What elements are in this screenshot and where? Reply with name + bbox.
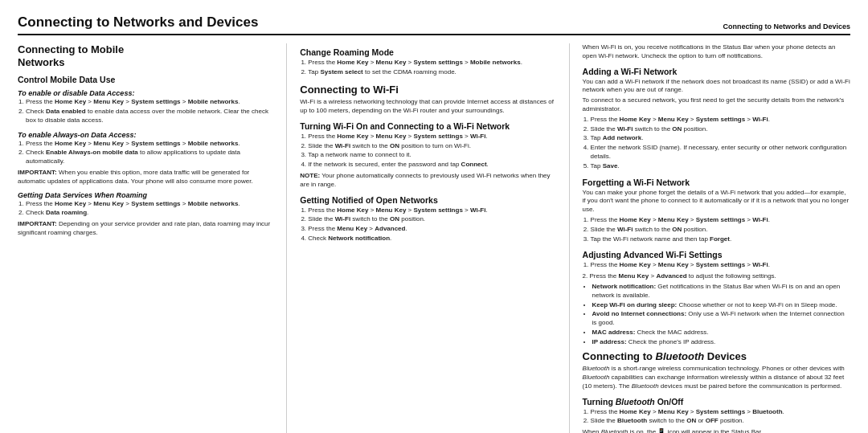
bullet-item: Network notification: Get notifications … <box>592 283 850 300</box>
bullet-item: IP address: Check the phone's IP address… <box>592 338 850 347</box>
step-item: Press the Home Key > Menu Key > System s… <box>591 116 850 125</box>
wifi-note: NOTE: Your phone automatically connects … <box>300 172 555 190</box>
section-wifi-title: Connecting to Wi-Fi <box>300 84 555 96</box>
step-item: Press the Home Key > Menu Key > System s… <box>591 216 850 225</box>
step-item: If the network is secured, enter the pas… <box>308 161 555 170</box>
advanced-wifi-bullets: Network notification: Get notifications … <box>583 283 850 348</box>
step-item: Check Data enabled to enable data access… <box>26 108 273 125</box>
important-always-on: IMPORTANT: When you enable this option, … <box>18 169 273 186</box>
section-adding-wifi-title: Adding a Wi-Fi Network <box>583 67 850 76</box>
bullet-item: Keep Wi-Fi on during sleep: Choose wheth… <box>592 301 850 310</box>
step-item: Tap Add network. <box>591 134 850 143</box>
forgetting-wifi-body: You can make your phone forget the detai… <box>583 189 850 214</box>
col-divider-1 <box>286 43 287 433</box>
steps-forget-wifi: Press the Home Key > Menu Key > System s… <box>583 216 850 244</box>
left-column: Connecting to MobileNetworks Control Mob… <box>18 43 273 433</box>
steps-enable-disable: Press the Home Key > Menu Key > System s… <box>18 98 273 125</box>
step-item: Slide the Wi-Fi switch to the ON positio… <box>591 125 850 134</box>
section-forgetting-wifi-title: Forgetting a Wi-Fi Network <box>583 178 850 187</box>
h3-always-on: To enable Always-on Data Access: <box>18 131 273 139</box>
section-open-networks-title: Getting Notified of Open Networks <box>300 195 555 205</box>
page-title: Connecting to Networks and Devices <box>18 14 258 31</box>
bluetooth-status-body: When Bluetooth is on, the 📱 icon will ap… <box>583 428 850 433</box>
step-item: Press the Menu Key > Advanced. <box>308 225 555 234</box>
step-item: Press the Home Key > Menu Key > System s… <box>26 140 273 149</box>
section-bluetooth-title: Connecting to Bluetooth Devices <box>583 350 850 363</box>
h3-roaming: Getting Data Services When Roaming <box>18 191 273 199</box>
step-item: Press the Home Key > Menu Key > System s… <box>26 200 273 209</box>
bullet-item: MAC address: Check the MAC address. <box>592 329 850 337</box>
section-bluetooth-onoff-title: Turning Bluetooth On/Off <box>583 397 850 406</box>
section-mobile-networks-title: Connecting to MobileNetworks <box>18 43 273 68</box>
step-item: Check Enable Always-on mobile data to al… <box>26 149 273 166</box>
col-divider-2 <box>569 43 570 433</box>
step-item: Slide the Bluetooth switch to the ON or … <box>591 417 850 426</box>
step-item: Tap Save. <box>591 162 850 171</box>
section-change-roaming-title: Change Roaming Mode <box>300 47 555 57</box>
step-item: Press the Home Key > Menu Key > System s… <box>26 98 273 107</box>
steps-bluetooth: Press the Home Key > Menu Key > System s… <box>583 408 850 427</box>
wifi-on-body: When Wi-Fi is on, you receive notificati… <box>583 43 850 61</box>
bullet-item: Avoid no Internet connections: Only use … <box>592 310 850 328</box>
step-item: Tap the Wi-Fi network name and then tap … <box>591 235 850 244</box>
step-item: Press the Home Key > Menu Key > System s… <box>308 133 555 141</box>
right-column: When Wi-Fi is on, you receive notificati… <box>583 43 850 433</box>
mid-column: Change Roaming Mode Press the Home Key >… <box>300 43 555 433</box>
step-item: Check Data roaming. <box>26 209 273 218</box>
page-header-right: Connecting to Networks and Devices <box>723 22 850 31</box>
step-item: Press the Home Key > Menu Key > System s… <box>591 408 850 417</box>
step-item: Press the Home Key > Menu Key > System s… <box>308 59 555 67</box>
wifi-body: Wi-Fi is a wireless networking technolog… <box>300 98 555 116</box>
adding-wifi-body: You can add a Wi-Fi network if the netwo… <box>583 78 850 96</box>
step-item: Check Network notification. <box>308 235 555 243</box>
steps-change-roaming: Press the Home Key > Menu Key > System s… <box>300 59 555 78</box>
step-item: Slide the Wi-Fi switch to the ON positio… <box>308 142 555 151</box>
steps-advanced-wifi: Press the Home Key > Menu Key > System s… <box>583 261 850 271</box>
section-advanced-wifi-title: Adjusting Advanced Wi-Fi Settings <box>583 250 850 259</box>
bluetooth-body: Bluetooth is a short-range wireless comm… <box>583 365 850 390</box>
steps-add-wifi: Press the Home Key > Menu Key > System s… <box>583 116 850 172</box>
step-item: Enter the network SSID (name). If necess… <box>591 144 850 161</box>
section-control-mobile-title: Control Mobile Data Use <box>18 75 273 84</box>
adding-wifi-body2: To connect to a secured network, you fir… <box>583 96 850 114</box>
step-item: Tap a network name to connect to it. <box>308 151 555 160</box>
steps-always-on: Press the Home Key > Menu Key > System s… <box>18 140 273 167</box>
steps-turn-wifi: Press the Home Key > Menu Key > System s… <box>300 133 555 170</box>
step-item: Slide the Wi-Fi switch to the ON positio… <box>591 226 850 235</box>
step-item: Slide the Wi-Fi switch to the ON positio… <box>308 215 555 224</box>
step-item: Press the Home Key > Menu Key > System s… <box>591 261 850 270</box>
content-columns: Connecting to MobileNetworks Control Mob… <box>18 43 850 433</box>
important-roaming: IMPORTANT: Depending on your service pro… <box>18 220 273 238</box>
page-header: Connecting to Networks and Devices Conne… <box>18 14 850 35</box>
advanced-wifi-body: 2. Press the Menu Key > Advanced to adju… <box>583 272 850 281</box>
step-item: Press the Home Key > Menu Key > System s… <box>308 206 555 215</box>
h3-enable-disable: To enable or disable Data Access: <box>18 89 273 97</box>
steps-roaming: Press the Home Key > Menu Key > System s… <box>18 200 273 219</box>
step-item: Tap System select to set the CDMA roamin… <box>308 68 555 77</box>
section-turning-wifi-title: Turning Wi-Fi On and Connecting to a Wi-… <box>300 121 555 131</box>
steps-open-networks: Press the Home Key > Menu Key > System s… <box>300 206 555 244</box>
page-container: Connecting to Networks and Devices Conne… <box>0 0 868 433</box>
